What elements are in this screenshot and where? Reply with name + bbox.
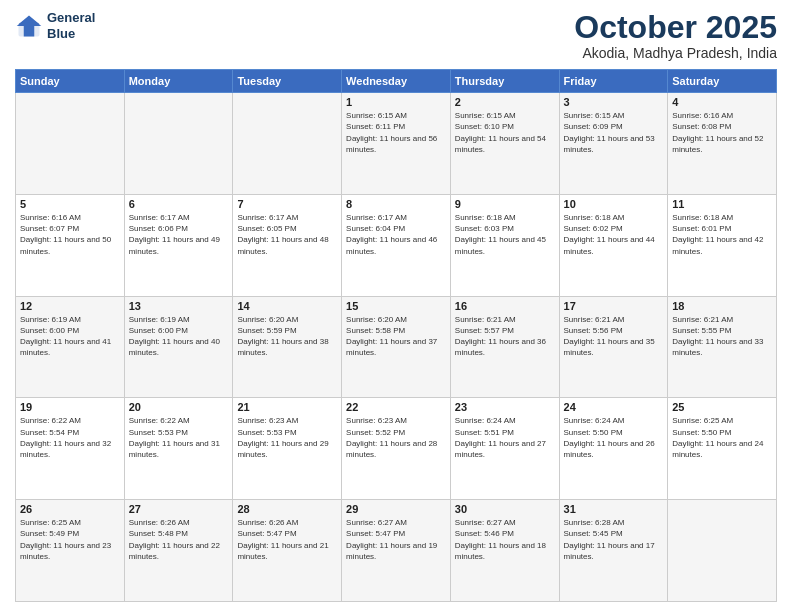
daylight-text: Daylight: 11 hours and 27 minutes.: [455, 438, 555, 460]
sunrise-text: Sunrise: 6:24 AM: [455, 415, 555, 426]
day-info: Sunrise: 6:17 AMSunset: 6:06 PMDaylight:…: [129, 212, 229, 257]
daylight-text: Daylight: 11 hours and 40 minutes.: [129, 336, 229, 358]
day-number: 10: [564, 198, 664, 210]
sunset-text: Sunset: 6:04 PM: [346, 223, 446, 234]
calendar-cell: 4Sunrise: 6:16 AMSunset: 6:08 PMDaylight…: [668, 93, 777, 195]
day-info: Sunrise: 6:21 AMSunset: 5:57 PMDaylight:…: [455, 314, 555, 359]
sunrise-text: Sunrise: 6:25 AM: [20, 517, 120, 528]
daylight-text: Daylight: 11 hours and 46 minutes.: [346, 234, 446, 256]
day-number: 3: [564, 96, 664, 108]
sunset-text: Sunset: 6:05 PM: [237, 223, 337, 234]
day-number: 26: [20, 503, 120, 515]
day-info: Sunrise: 6:27 AMSunset: 5:46 PMDaylight:…: [455, 517, 555, 562]
daylight-text: Daylight: 11 hours and 48 minutes.: [237, 234, 337, 256]
day-info: Sunrise: 6:26 AMSunset: 5:47 PMDaylight:…: [237, 517, 337, 562]
day-number: 12: [20, 300, 120, 312]
daylight-text: Daylight: 11 hours and 52 minutes.: [672, 133, 772, 155]
day-number: 2: [455, 96, 555, 108]
sunrise-text: Sunrise: 6:20 AM: [237, 314, 337, 325]
day-number: 6: [129, 198, 229, 210]
daylight-text: Daylight: 11 hours and 37 minutes.: [346, 336, 446, 358]
logo-line1: General: [47, 10, 95, 26]
day-number: 4: [672, 96, 772, 108]
calendar-cell: 24Sunrise: 6:24 AMSunset: 5:50 PMDayligh…: [559, 398, 668, 500]
calendar-cell: 9Sunrise: 6:18 AMSunset: 6:03 PMDaylight…: [450, 194, 559, 296]
month-title: October 2025: [574, 10, 777, 45]
daylight-text: Daylight: 11 hours and 56 minutes.: [346, 133, 446, 155]
sunrise-text: Sunrise: 6:19 AM: [129, 314, 229, 325]
calendar-cell: 15Sunrise: 6:20 AMSunset: 5:58 PMDayligh…: [342, 296, 451, 398]
calendar-cell: 16Sunrise: 6:21 AMSunset: 5:57 PMDayligh…: [450, 296, 559, 398]
calendar-cell: 14Sunrise: 6:20 AMSunset: 5:59 PMDayligh…: [233, 296, 342, 398]
sunrise-text: Sunrise: 6:19 AM: [20, 314, 120, 325]
sunrise-text: Sunrise: 6:17 AM: [129, 212, 229, 223]
calendar-week-row: 5Sunrise: 6:16 AMSunset: 6:07 PMDaylight…: [16, 194, 777, 296]
calendar-cell: 30Sunrise: 6:27 AMSunset: 5:46 PMDayligh…: [450, 500, 559, 602]
calendar-cell: 10Sunrise: 6:18 AMSunset: 6:02 PMDayligh…: [559, 194, 668, 296]
sunrise-text: Sunrise: 6:20 AM: [346, 314, 446, 325]
sunrise-text: Sunrise: 6:21 AM: [672, 314, 772, 325]
daylight-text: Daylight: 11 hours and 21 minutes.: [237, 540, 337, 562]
sunset-text: Sunset: 5:56 PM: [564, 325, 664, 336]
col-friday: Friday: [559, 70, 668, 93]
day-number: 30: [455, 503, 555, 515]
sunrise-text: Sunrise: 6:26 AM: [237, 517, 337, 528]
sunset-text: Sunset: 5:47 PM: [237, 528, 337, 539]
sunset-text: Sunset: 6:00 PM: [129, 325, 229, 336]
calendar-cell: 28Sunrise: 6:26 AMSunset: 5:47 PMDayligh…: [233, 500, 342, 602]
sunrise-text: Sunrise: 6:24 AM: [564, 415, 664, 426]
calendar-cell: 17Sunrise: 6:21 AMSunset: 5:56 PMDayligh…: [559, 296, 668, 398]
daylight-text: Daylight: 11 hours and 18 minutes.: [455, 540, 555, 562]
calendar-week-row: 19Sunrise: 6:22 AMSunset: 5:54 PMDayligh…: [16, 398, 777, 500]
header: General Blue October 2025 Akodia, Madhya…: [15, 10, 777, 61]
calendar-week-row: 26Sunrise: 6:25 AMSunset: 5:49 PMDayligh…: [16, 500, 777, 602]
day-number: 7: [237, 198, 337, 210]
calendar-cell: 1Sunrise: 6:15 AMSunset: 6:11 PMDaylight…: [342, 93, 451, 195]
sunset-text: Sunset: 6:09 PM: [564, 121, 664, 132]
sunrise-text: Sunrise: 6:21 AM: [455, 314, 555, 325]
day-info: Sunrise: 6:21 AMSunset: 5:56 PMDaylight:…: [564, 314, 664, 359]
weekday-row: Sunday Monday Tuesday Wednesday Thursday…: [16, 70, 777, 93]
sunset-text: Sunset: 5:53 PM: [237, 427, 337, 438]
day-info: Sunrise: 6:27 AMSunset: 5:47 PMDaylight:…: [346, 517, 446, 562]
sunrise-text: Sunrise: 6:18 AM: [672, 212, 772, 223]
sunrise-text: Sunrise: 6:27 AM: [346, 517, 446, 528]
sunrise-text: Sunrise: 6:18 AM: [455, 212, 555, 223]
title-block: October 2025 Akodia, Madhya Pradesh, Ind…: [574, 10, 777, 61]
daylight-text: Daylight: 11 hours and 31 minutes.: [129, 438, 229, 460]
calendar-cell: 23Sunrise: 6:24 AMSunset: 5:51 PMDayligh…: [450, 398, 559, 500]
day-info: Sunrise: 6:24 AMSunset: 5:50 PMDaylight:…: [564, 415, 664, 460]
calendar-table: Sunday Monday Tuesday Wednesday Thursday…: [15, 69, 777, 602]
sunset-text: Sunset: 5:52 PM: [346, 427, 446, 438]
calendar-cell: [233, 93, 342, 195]
calendar-cell: 3Sunrise: 6:15 AMSunset: 6:09 PMDaylight…: [559, 93, 668, 195]
logo-text: General Blue: [47, 10, 95, 41]
sunset-text: Sunset: 5:58 PM: [346, 325, 446, 336]
calendar-cell: 7Sunrise: 6:17 AMSunset: 6:05 PMDaylight…: [233, 194, 342, 296]
sunset-text: Sunset: 5:50 PM: [564, 427, 664, 438]
daylight-text: Daylight: 11 hours and 50 minutes.: [20, 234, 120, 256]
day-number: 20: [129, 401, 229, 413]
day-info: Sunrise: 6:21 AMSunset: 5:55 PMDaylight:…: [672, 314, 772, 359]
sunrise-text: Sunrise: 6:27 AM: [455, 517, 555, 528]
day-info: Sunrise: 6:25 AMSunset: 5:50 PMDaylight:…: [672, 415, 772, 460]
calendar-header: Sunday Monday Tuesday Wednesday Thursday…: [16, 70, 777, 93]
day-info: Sunrise: 6:17 AMSunset: 6:05 PMDaylight:…: [237, 212, 337, 257]
daylight-text: Daylight: 11 hours and 35 minutes.: [564, 336, 664, 358]
day-number: 8: [346, 198, 446, 210]
day-info: Sunrise: 6:24 AMSunset: 5:51 PMDaylight:…: [455, 415, 555, 460]
calendar-cell: 29Sunrise: 6:27 AMSunset: 5:47 PMDayligh…: [342, 500, 451, 602]
sunrise-text: Sunrise: 6:25 AM: [672, 415, 772, 426]
sunset-text: Sunset: 5:49 PM: [20, 528, 120, 539]
day-info: Sunrise: 6:15 AMSunset: 6:11 PMDaylight:…: [346, 110, 446, 155]
sunrise-text: Sunrise: 6:23 AM: [346, 415, 446, 426]
day-info: Sunrise: 6:25 AMSunset: 5:49 PMDaylight:…: [20, 517, 120, 562]
day-number: 18: [672, 300, 772, 312]
sunrise-text: Sunrise: 6:28 AM: [564, 517, 664, 528]
calendar-cell: 27Sunrise: 6:26 AMSunset: 5:48 PMDayligh…: [124, 500, 233, 602]
calendar-cell: 13Sunrise: 6:19 AMSunset: 6:00 PMDayligh…: [124, 296, 233, 398]
daylight-text: Daylight: 11 hours and 54 minutes.: [455, 133, 555, 155]
sunrise-text: Sunrise: 6:22 AM: [129, 415, 229, 426]
sunset-text: Sunset: 5:54 PM: [20, 427, 120, 438]
col-monday: Monday: [124, 70, 233, 93]
